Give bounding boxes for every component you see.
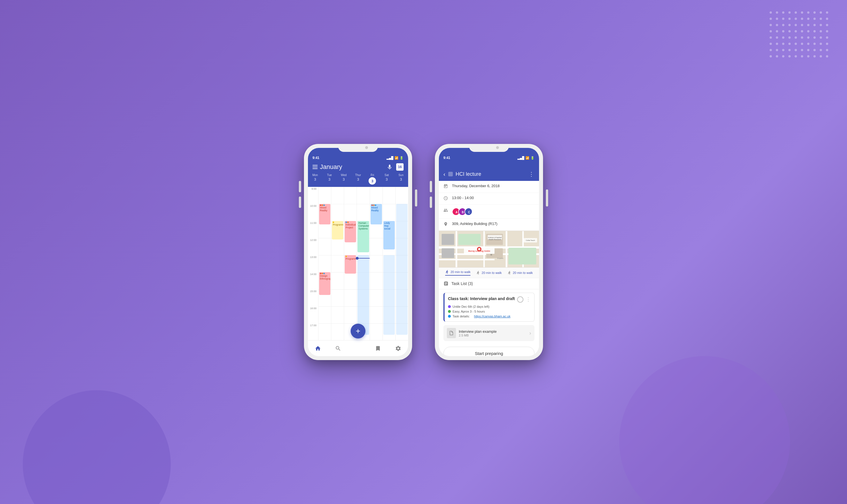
deco-dot-53 <box>788 43 791 45</box>
walk-option-2[interactable]: 20 min to walk <box>476 270 501 276</box>
menu-icon[interactable] <box>313 165 318 169</box>
vol-up-button <box>299 181 301 192</box>
deco-dot-55 <box>801 43 803 45</box>
walk-label-2: 20 min to walk <box>481 271 501 274</box>
day-label-sat: Sat <box>385 174 389 177</box>
svg-rect-8 <box>458 234 480 245</box>
deco-dot-2 <box>782 11 784 14</box>
deco-dot-5 <box>801 11 803 14</box>
phone2-power-button <box>546 190 548 206</box>
deco-dot-60 <box>770 49 772 51</box>
svg-text:Health Research: Health Research <box>489 239 501 240</box>
event-lindy-hop[interactable]: Lindy Hop social <box>383 221 395 249</box>
map-svg: Murray Learning Centre Institute of Appl… <box>439 231 539 268</box>
deco-dot-17 <box>813 18 816 20</box>
day-col-fri[interactable]: Fri 3 <box>365 174 380 185</box>
deco-dot-12 <box>782 18 784 20</box>
event-human-computer[interactable]: Human - Computer Systems <box>357 221 369 252</box>
svg-rect-4 <box>456 231 457 267</box>
event-blue-long-thu[interactable] <box>357 255 369 335</box>
task-complete-checkbox[interactable] <box>517 296 524 303</box>
task-link[interactable]: https://canvas.bham.ac.uk <box>474 314 511 318</box>
time-16: 16:00 <box>308 306 318 323</box>
day-label-wed: Wed <box>341 174 347 177</box>
task-due: Untile Dec 6th (2 days left) <box>453 305 490 308</box>
task-list-icon <box>443 281 448 286</box>
deco-dot-22 <box>782 24 784 26</box>
event-programming-wed[interactable]: Programming <box>345 255 356 274</box>
detail-date-row: Thursday, December 6, 2018 <box>439 181 539 193</box>
fab-add[interactable]: + <box>351 324 366 339</box>
attachment-row[interactable]: Interview plan example 2.5 MB › <box>443 325 534 341</box>
walk-option-3[interactable]: 20 min to walk <box>508 270 533 276</box>
start-preparing-button[interactable]: Start preparing <box>443 347 534 356</box>
nav-settings[interactable] <box>392 343 404 354</box>
event-programming-tue[interactable]: Programming <box>332 221 343 239</box>
deco-dot-13 <box>788 18 791 20</box>
day-col-events-thu: Human - Computer Systems <box>357 187 369 340</box>
event-design-eth[interactable]: Design Ethnography <box>319 272 331 295</box>
nav-bookmarks[interactable] <box>372 343 384 354</box>
calendar-title: January <box>320 163 342 170</box>
deco-dot-62 <box>782 49 784 51</box>
event-time: 13:00 - 14:00 <box>452 196 534 200</box>
deco-dot-18 <box>820 18 822 20</box>
event-date: Thursday, December 6, 2018 <box>452 184 534 188</box>
deco-dot-19 <box>826 18 828 20</box>
phone2-vol-up <box>430 181 432 192</box>
nav-search[interactable] <box>332 343 344 354</box>
deco-dot-25 <box>801 24 803 26</box>
time-grid: 9:00 10:00 11:00 12:00 13:00 14:00 15:00… <box>308 187 408 340</box>
deco-dot-29 <box>826 24 828 26</box>
calendar-scroll[interactable]: 9:00 10:00 11:00 12:00 13:00 14:00 15:00… <box>308 187 408 340</box>
deco-dot-21 <box>776 24 778 26</box>
event-mixed-reality-mon[interactable]: Mixed Reality <box>319 204 331 224</box>
time-14: 14:00 <box>308 272 318 289</box>
attachment-info: Interview plan example 2.5 MB <box>459 329 527 337</box>
day-label-fri: Fri <box>371 174 374 177</box>
day-headers: Mon 3 Tue 3 Wed 3 Thur 3 Fri 3 <box>308 174 408 187</box>
deco-dot-48 <box>820 36 822 39</box>
wifi-icon: 📶 <box>394 156 399 160</box>
event-detail-body[interactable]: Thursday, December 6, 2018 13:00 - 14:00 <box>439 181 539 356</box>
day-col-sun: Sun 3 <box>394 174 408 185</box>
task-more-button[interactable]: ⋮ <box>526 296 531 303</box>
event-map[interactable]: Murray Learning Centre Institute of Appl… <box>439 231 539 268</box>
more-options-button[interactable]: ⋮ <box>529 170 534 178</box>
time-10: 10:00 <box>308 204 318 221</box>
deco-dot-33 <box>788 30 791 32</box>
walk-option-1[interactable]: 20 min to walk <box>445 270 471 276</box>
event-blue-long-sun[interactable] <box>396 204 408 335</box>
event-blue-long-sat[interactable] <box>383 255 395 335</box>
phone2-notch <box>469 144 509 152</box>
current-time-indicator <box>357 258 369 258</box>
deco-dot-0 <box>770 11 772 14</box>
phone2-status-icons: ▂▄█ 📶 🔋 <box>517 156 534 160</box>
battery-icon: 🔋 <box>400 156 404 160</box>
deco-dot-76 <box>807 55 809 57</box>
day-event-columns: Mixed Reality Design Ethnograp <box>318 187 408 340</box>
detail-location-row: 309, Ashkley Building (R17) <box>439 219 539 231</box>
task-card-header: Class task: Interview plan and draft ⋮ <box>448 296 531 303</box>
calendar-date-icon[interactable]: 16 <box>396 163 404 170</box>
deco-dot-79 <box>826 55 828 57</box>
mic-icon[interactable] <box>387 164 393 170</box>
deco-dot-66 <box>807 49 809 51</box>
event-individual-proj[interactable]: Individual Project <box>345 221 356 242</box>
deco-dot-3 <box>788 11 791 14</box>
nav-home[interactable] <box>312 343 323 354</box>
svg-point-20 <box>478 248 480 250</box>
deco-dot-68 <box>820 49 822 51</box>
deco-dot-47 <box>813 36 816 39</box>
day-num-sat: 3 <box>386 177 388 181</box>
event-mixed-reality-fri[interactable]: Mixed Reality <box>371 204 382 224</box>
day-col-events-wed: Individual Project Programming <box>344 187 357 340</box>
back-button[interactable]: ‹ <box>443 171 445 178</box>
deco-dot-6 <box>807 11 809 14</box>
day-col-thu: Thur 3 <box>351 174 365 185</box>
walk-label-3: 20 min to walk <box>513 271 533 274</box>
people-icon <box>443 208 448 214</box>
deco-dot-56 <box>807 43 809 45</box>
attachment-name: Interview plan example <box>459 329 527 334</box>
deco-dot-8 <box>820 11 822 14</box>
